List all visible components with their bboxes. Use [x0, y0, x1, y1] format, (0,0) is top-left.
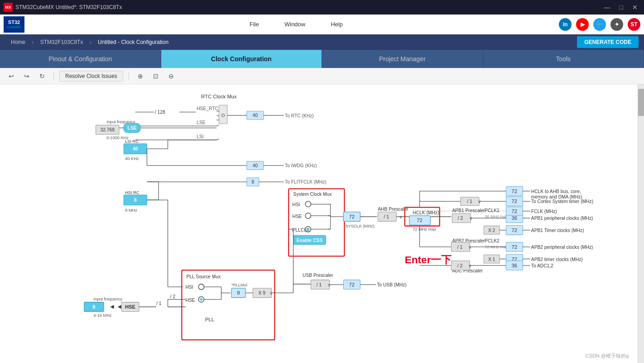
svg-text:USB Prescaler: USB Prescaler — [303, 273, 333, 278]
svg-text:Input frequency: Input frequency — [93, 297, 122, 301]
svg-text:4-16 MHz: 4-16 MHz — [93, 313, 111, 318]
tab-clock[interactable]: Clock Configuration — [161, 50, 322, 68]
tab-project[interactable]: Project Manager — [322, 50, 483, 68]
svg-text:FCLK (MHz): FCLK (MHz) — [531, 209, 557, 214]
svg-text:PCLK1: PCLK1 — [485, 208, 500, 213]
resolve-clock-issues-button[interactable]: Resolve Clock Issues — [59, 71, 123, 82]
svg-text:72: 72 — [349, 214, 355, 219]
svg-text:*PLLMul: *PLLMul — [231, 283, 247, 287]
svg-point-64 — [307, 228, 309, 231]
svg-text:36: 36 — [512, 263, 518, 268]
svg-text:HSE: HSE — [186, 298, 195, 303]
menu-file[interactable]: File — [246, 19, 263, 29]
zoom-out-button[interactable]: ⊖ — [165, 70, 177, 82]
zoom-in-button[interactable]: ⊕ — [135, 70, 146, 82]
svg-text:32.768: 32.768 — [101, 127, 115, 132]
svg-text:X 9: X 9 — [259, 290, 266, 295]
svg-text:To FLITFCLK (MHz): To FLITFCLK (MHz) — [285, 179, 327, 184]
svg-text:X 2: X 2 — [488, 228, 495, 233]
svg-text:PLL: PLL — [205, 317, 214, 322]
svg-text:HSI: HSI — [186, 285, 193, 290]
svg-text:/ 1: / 1 — [317, 282, 322, 287]
youtube-icon[interactable]: ▶ — [576, 18, 589, 31]
svg-text:HSI: HSI — [293, 202, 300, 207]
svg-text:To USB (MHz): To USB (MHz) — [377, 282, 407, 287]
clock-diagram: RTC Clock Mux / 128 HSE_RTC LSE LSI 40 — [0, 84, 638, 363]
svg-point-166 — [200, 298, 202, 301]
svg-text:PCLK2: PCLK2 — [485, 238, 500, 243]
svg-text:Enable CSS: Enable CSS — [297, 238, 323, 243]
svg-text:/ 1: / 1 — [467, 199, 472, 204]
app-icon: MX — [4, 3, 13, 12]
breadcrumb-device[interactable]: STM32F103C8Tx — [35, 34, 89, 50]
svg-text:LSI RC: LSI RC — [125, 139, 139, 144]
twitter-icon[interactable]: 🐦 — [593, 18, 606, 31]
svg-text:8: 8 — [92, 304, 95, 310]
undo-button[interactable]: ↩ — [5, 70, 17, 82]
clock-diagram-svg: RTC Clock Mux / 128 HSE_RTC LSE LSI 40 — [5, 89, 633, 358]
minimize-button[interactable]: — — [601, 3, 613, 12]
menu-window[interactable]: Window — [281, 19, 309, 29]
st-icon[interactable]: ST — [628, 18, 640, 31]
svg-text:72: 72 — [512, 198, 518, 204]
svg-text:/ 1: / 1 — [156, 301, 162, 306]
svg-text:SYSCLK (MHz): SYSCLK (MHz) — [345, 224, 374, 228]
generate-code-button[interactable]: GENERATE CODE — [577, 36, 639, 48]
svg-text:/ 2: / 2 — [170, 294, 176, 299]
svg-text:72: 72 — [512, 189, 518, 194]
tab-pinout[interactable]: Pinout & Configuration — [0, 50, 161, 68]
linkedin-icon[interactable]: in — [559, 18, 572, 31]
svg-text:HSE: HSE — [125, 304, 136, 310]
svg-text:72: 72 — [417, 218, 423, 223]
svg-text:∨: ∨ — [327, 282, 331, 287]
breadcrumb-page[interactable]: Untitled - Clock Configuration — [92, 34, 174, 50]
svg-text:APB2 peripheral clocks (MHz): APB2 peripheral clocks (MHz) — [531, 245, 593, 250]
tab-bar: Pinout & Configuration Clock Configurati… — [0, 50, 644, 68]
svg-text:40 KHz: 40 KHz — [125, 156, 139, 161]
scrollbar[interactable] — [638, 84, 644, 363]
svg-text:HCLK to AHB bus, core,: HCLK to AHB bus, core, — [531, 189, 581, 194]
svg-text:40: 40 — [253, 163, 258, 168]
scrollbar-thumb[interactable] — [638, 89, 644, 116]
tab-tools[interactable]: Tools — [483, 50, 644, 68]
svg-text:To ADC1,2: To ADC1,2 — [531, 263, 553, 268]
svg-text:/ 1: / 1 — [384, 214, 389, 219]
toolbar: ↩ ↪ ↻ Resolve Clock Issues ⊕ ⊡ ⊖ — [0, 68, 644, 84]
svg-text:40: 40 — [133, 146, 138, 151]
logo: ST32 CubeMX — [4, 16, 24, 33]
title-bar: MX STM32CubeMX Untitled*: STM32F103C8Tx … — [0, 0, 644, 15]
svg-text:LSI: LSI — [197, 134, 203, 139]
breadcrumb-home[interactable]: Home — [5, 34, 31, 50]
svg-text:To RTC (KHz): To RTC (KHz) — [285, 113, 314, 118]
svg-text:72: 72 — [512, 244, 518, 250]
svg-text:72: 72 — [349, 282, 355, 287]
svg-text:∨: ∨ — [269, 290, 273, 295]
svg-text:8: 8 — [237, 290, 240, 295]
svg-text:36: 36 — [512, 215, 518, 221]
svg-text:LSE: LSE — [128, 126, 137, 131]
svg-text:APB1 Timer clocks (MHz): APB1 Timer clocks (MHz) — [531, 228, 584, 233]
svg-text:∨: ∨ — [468, 263, 471, 268]
svg-text:72 MHz max: 72 MHz max — [413, 227, 436, 232]
svg-text:∨: ∨ — [478, 199, 481, 204]
restore-button[interactable]: □ — [617, 3, 626, 12]
svg-text:HSI RC: HSI RC — [125, 190, 139, 195]
svg-text:AHB Prescaler: AHB Prescaler — [378, 207, 409, 212]
svg-text:System Clock Mux: System Clock Mux — [293, 192, 332, 197]
redo-button[interactable]: ↪ — [21, 70, 33, 82]
svg-text:To IWDG (KHz): To IWDG (KHz) — [285, 163, 317, 168]
svg-text:HSE_RTC: HSE_RTC — [197, 106, 218, 111]
close-button[interactable]: ✕ — [630, 3, 640, 12]
svg-text:/ 128: / 128 — [155, 110, 165, 115]
svg-text:∨: ∨ — [399, 214, 402, 219]
svg-text:72: 72 — [512, 208, 518, 214]
svg-text:LSE: LSE — [197, 120, 206, 125]
menu-help[interactable]: Help — [327, 19, 346, 29]
svg-text:8: 8 — [251, 179, 254, 184]
refresh-button[interactable]: ↻ — [36, 70, 48, 82]
share-icon[interactable]: ✦ — [610, 18, 623, 31]
svg-rect-5 — [219, 105, 227, 124]
svg-text:/ 2: / 2 — [457, 263, 463, 268]
fit-page-button[interactable]: ⊡ — [150, 70, 162, 82]
svg-text:∨: ∨ — [469, 216, 472, 221]
